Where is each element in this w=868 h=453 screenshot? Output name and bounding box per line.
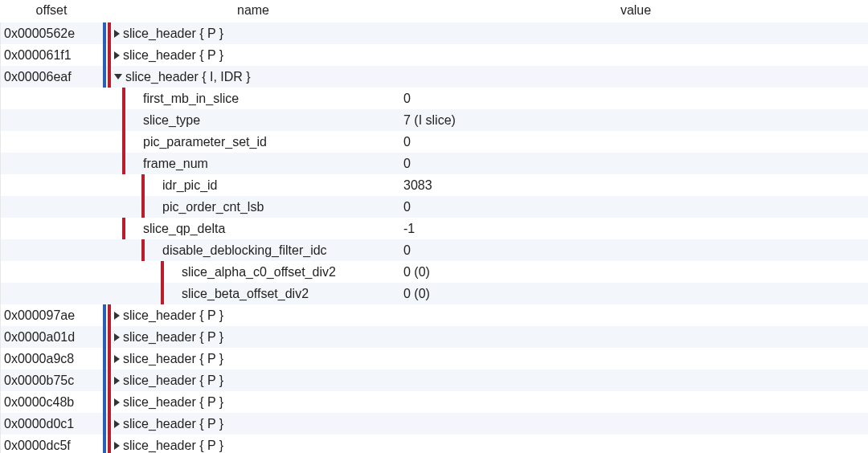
node-label: slice_header { P } xyxy=(123,44,223,66)
tree-row[interactable]: slice_header { P } xyxy=(103,304,403,326)
node-label: first_mb_in_slice xyxy=(137,88,239,109)
offset-cell xyxy=(0,239,103,261)
expand-icon[interactable] xyxy=(114,312,120,320)
blue-marker-icon xyxy=(103,22,106,44)
red-marker-icon xyxy=(108,391,111,413)
expand-icon[interactable] xyxy=(114,333,120,341)
tree-row: pic_parameter_set_id xyxy=(103,131,403,153)
red-marker-icon xyxy=(108,348,111,369)
tree-row: pic_order_cnt_lsb xyxy=(103,196,403,218)
tree-row[interactable]: slice_header { P } xyxy=(103,326,403,348)
node-label: slice_header { P } xyxy=(123,435,223,453)
tree-row[interactable]: slice_header { P } xyxy=(103,413,403,435)
expand-icon[interactable] xyxy=(114,377,120,385)
offset-cell xyxy=(0,218,103,239)
expand-icon[interactable] xyxy=(114,420,120,428)
tree-row: slice_alpha_c0_offset_div2 xyxy=(103,261,403,283)
offset-cell: 0x0000dc5f xyxy=(0,435,103,453)
node-label: slice_beta_offset_div2 xyxy=(175,283,309,304)
blue-marker-icon xyxy=(103,326,106,348)
indent-spacer xyxy=(122,293,141,294)
red-marker-icon xyxy=(122,131,125,153)
node-label: slice_header { P } xyxy=(123,391,223,413)
offset-cell: 0x0000b75c xyxy=(0,369,103,391)
tree-row[interactable]: slice_header { P } xyxy=(103,44,403,66)
indent-spacer xyxy=(122,250,141,251)
red-marker-icon xyxy=(122,88,125,109)
value-cell: 0 xyxy=(403,196,868,218)
tree-row[interactable]: slice_header { P } xyxy=(103,369,403,391)
red-marker-icon xyxy=(141,196,145,218)
tree-row: slice_beta_offset_div2 xyxy=(103,283,403,304)
offset-cell xyxy=(0,153,103,174)
tree-row[interactable]: slice_header { P } xyxy=(103,391,403,413)
indent-spacer xyxy=(103,98,122,99)
tree-row: slice_qp_delta xyxy=(103,218,403,239)
indent-spacer xyxy=(103,185,122,186)
tree-row[interactable]: slice_header { P } xyxy=(103,348,403,369)
offset-cell: 0x0000d0c1 xyxy=(0,413,103,435)
indent-spacer xyxy=(103,271,122,272)
offset-cell xyxy=(0,131,103,153)
node-label: slice_header { P } xyxy=(123,326,223,348)
value-cell xyxy=(403,369,868,391)
offset-cell: 0x0000562e xyxy=(0,22,103,44)
indent-spacer xyxy=(103,293,122,294)
col-header-offset[interactable]: offset xyxy=(0,0,103,22)
tree-row: first_mb_in_slice xyxy=(103,88,403,109)
value-cell: 0 (0) xyxy=(403,261,868,283)
expand-icon[interactable] xyxy=(114,51,120,59)
tree-row: idr_pic_id xyxy=(103,174,403,196)
red-marker-icon xyxy=(108,369,111,391)
blue-marker-icon xyxy=(103,369,106,391)
offset-cell xyxy=(0,196,103,218)
value-cell xyxy=(403,44,868,66)
value-cell: 0 (0) xyxy=(403,283,868,304)
node-label: slice_header { P } xyxy=(123,304,223,326)
offset-cell: 0x0000c48b xyxy=(0,391,103,413)
blue-marker-icon xyxy=(103,391,106,413)
value-cell: -1 xyxy=(403,218,868,239)
tree-row[interactable]: slice_header { P } xyxy=(103,435,403,453)
blue-marker-icon xyxy=(103,348,106,369)
red-marker-icon xyxy=(141,174,145,196)
col-header-name[interactable]: name xyxy=(103,0,403,22)
expand-icon[interactable] xyxy=(114,398,120,406)
value-cell xyxy=(403,435,868,453)
value-cell xyxy=(403,22,868,44)
node-label: disable_deblocking_filter_idc xyxy=(156,239,327,261)
value-cell xyxy=(403,413,868,435)
tree-row[interactable]: slice_header { I, IDR } xyxy=(103,66,403,88)
indent-spacer xyxy=(103,141,122,142)
red-marker-icon xyxy=(161,261,164,283)
red-marker-icon xyxy=(122,218,125,239)
offset-cell xyxy=(0,261,103,283)
value-cell: 0 xyxy=(403,131,868,153)
col-header-value[interactable]: value xyxy=(403,0,868,22)
red-marker-icon xyxy=(108,22,111,44)
node-label: idr_pic_id xyxy=(156,174,217,196)
blue-marker-icon xyxy=(103,66,106,88)
indent-spacer xyxy=(122,271,141,272)
value-cell xyxy=(403,326,868,348)
node-label: slice_header { I, IDR } xyxy=(125,66,251,88)
node-label: slice_type xyxy=(137,109,200,131)
indent-spacer xyxy=(103,163,122,164)
red-marker-icon xyxy=(108,44,111,66)
offset-cell: 0x000097ae xyxy=(0,304,103,326)
expand-icon[interactable] xyxy=(114,355,120,363)
expand-icon[interactable] xyxy=(114,442,120,450)
offset-cell xyxy=(0,174,103,196)
expand-icon[interactable] xyxy=(114,30,120,38)
blue-marker-icon xyxy=(103,44,106,66)
offset-cell: 0x0000a01d xyxy=(0,326,103,348)
red-marker-icon xyxy=(122,153,125,174)
indent-spacer xyxy=(103,206,122,207)
blue-marker-icon xyxy=(103,435,106,453)
tree-row[interactable]: slice_header { P } xyxy=(103,22,403,44)
red-marker-icon xyxy=(108,435,111,453)
red-marker-icon xyxy=(122,109,125,131)
red-marker-icon xyxy=(141,239,145,261)
collapse-icon[interactable] xyxy=(114,74,122,80)
tree-row: disable_deblocking_filter_idc xyxy=(103,239,403,261)
